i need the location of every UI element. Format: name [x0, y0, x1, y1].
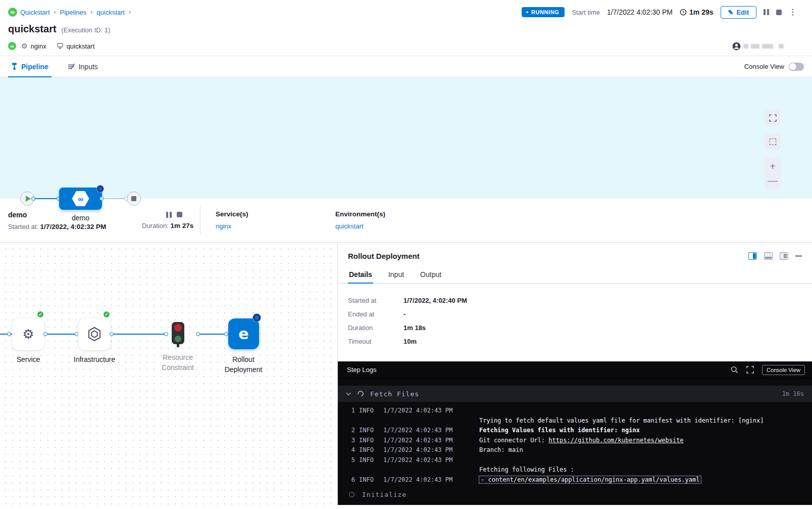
pipeline-stage-canvas[interactable]: ∞ demo + —: [0, 77, 812, 199]
stop-stage-icon[interactable]: [177, 212, 182, 217]
success-check-icon: ✓: [103, 310, 111, 318]
console-view-label: Console View: [744, 63, 784, 70]
step-panel-title: Rollout Deployment: [348, 252, 420, 260]
stage-label: demo: [59, 214, 102, 222]
gear-icon: ⚙: [21, 42, 28, 50]
detail-label: Ended at: [348, 310, 403, 318]
step-label: Rollout Deployment: [216, 354, 271, 375]
node-port: [99, 197, 104, 201]
success-check-icon: ✓: [36, 310, 44, 318]
service-link[interactable]: nginx: [216, 222, 231, 230]
breadcrumb-separator: ›: [129, 9, 131, 16]
tab-input[interactable]: Input: [387, 267, 405, 283]
log-line: 2INFO1/7/2022 4:02:43 PMFetching Values …: [348, 426, 804, 436]
log-lines[interactable]: 1INFO1/7/2022 4:02:43 PMTrying to fetch …: [338, 402, 812, 485]
tab-details[interactable]: Details: [348, 267, 373, 283]
pending-status-icon: [349, 492, 354, 497]
pencil-icon: ✎: [728, 9, 734, 16]
fullscreen-button[interactable]: [765, 110, 781, 126]
chevron-down-icon: [346, 392, 351, 396]
stage-link: [34, 198, 59, 199]
layout-right-panel-icon[interactable]: [780, 252, 788, 260]
environment-link[interactable]: quickstart: [335, 222, 364, 230]
stage-node-demo[interactable]: ∞: [59, 188, 102, 210]
rollout-icon: e: [238, 325, 248, 343]
detail-label: Timeout: [348, 338, 403, 345]
step-link: [111, 334, 168, 335]
search-icon[interactable]: [731, 366, 738, 374]
start-time-value: 1/7/2022 4:02:30 PM: [607, 8, 673, 16]
tab-inputs[interactable]: Inputs: [65, 56, 101, 77]
elapsed-time: 1m 29s: [680, 8, 713, 16]
zoom-controls: + —: [765, 157, 781, 190]
zoom-out-button[interactable]: —: [768, 173, 778, 188]
log-section-fetch-files[interactable]: Fetch Files 1m 16s: [338, 386, 812, 402]
node-port: [224, 332, 228, 336]
pause-stage-icon[interactable]: [166, 212, 172, 218]
step-node-rollout-deployment[interactable]: e: [228, 318, 259, 349]
breadcrumb-link-pipeline[interactable]: quickstart: [96, 9, 125, 16]
breadcrumb: ∞ Quickstart › Pipelines › quickstart › …: [8, 6, 804, 18]
step-label: Infrastructure: [62, 354, 127, 364]
pipeline-icon: [11, 63, 18, 70]
log-line: 6INFO1/7/2022 4:02:43 PM- content/en/exa…: [348, 475, 804, 485]
tab-pipeline[interactable]: Pipeline: [8, 56, 52, 77]
traffic-light-green-icon: [175, 336, 181, 342]
divider: [200, 206, 200, 235]
log-line: Trying to fetch default values yaml file…: [348, 416, 804, 426]
execution-graph-canvas[interactable]: ⚙ ✓ Service ✓ Infrastructure Resource Co…: [0, 243, 337, 505]
harness-logo-icon: ∞: [8, 42, 16, 50]
duration-value: 1m 27s: [170, 222, 193, 229]
node-port: [43, 332, 47, 336]
end-node[interactable]: [127, 192, 141, 206]
log-section-name: Fetch Files: [370, 390, 419, 398]
stop-pipeline-icon[interactable]: [776, 10, 782, 15]
log-link[interactable]: https://github.com/kubernetes/website: [548, 437, 683, 444]
edit-button[interactable]: ✎ Edit: [721, 6, 756, 19]
duration-label: Duration:: [142, 222, 169, 229]
node-port: [31, 197, 35, 201]
detail-value: 1/7/2022, 4:02:40 PM: [403, 297, 802, 304]
log-section-initialize[interactable]: Initialize: [338, 485, 812, 498]
step-label: Service: [5, 354, 52, 364]
pause-pipeline-icon[interactable]: [764, 9, 769, 15]
stage-running-spinner-icon: [97, 186, 104, 192]
inputs-icon: [68, 63, 75, 70]
breadcrumb-separator: ›: [54, 9, 56, 16]
breadcrumb-separator: ›: [90, 9, 92, 16]
layout-bottom-split-icon[interactable]: [764, 252, 773, 260]
step-node-infrastructure[interactable]: [78, 318, 111, 350]
layout-right-split-icon[interactable]: [748, 252, 757, 260]
service-tag[interactable]: ⚙ nginx: [21, 42, 46, 50]
step-node-resource-constraint[interactable]: [172, 322, 184, 344]
redacted-text: [751, 44, 759, 49]
execution-id: (Execution ID: 1): [62, 26, 111, 34]
detail-value: 1m 18s: [403, 324, 802, 332]
node-port: [7, 332, 11, 336]
selection-icon: [770, 138, 776, 145]
expand-logs-icon[interactable]: [746, 366, 754, 374]
minimize-panel-icon[interactable]: [795, 255, 802, 257]
avatar[interactable]: [732, 42, 741, 51]
breadcrumb-link-project[interactable]: Quickstart: [20, 9, 50, 16]
log-section-name: Initialize: [362, 491, 407, 498]
detail-value: 10m: [403, 338, 802, 345]
redacted-text: [743, 44, 748, 49]
breadcrumb-link-pipelines[interactable]: Pipelines: [60, 9, 87, 16]
console-view-button[interactable]: Console View: [762, 365, 805, 375]
log-line: 1INFO1/7/2022 4:02:43 PM: [348, 406, 804, 416]
more-options-icon[interactable]: ⋮: [789, 9, 797, 15]
console-view-toggle[interactable]: [789, 63, 804, 71]
environments-label: Environment(s): [335, 210, 385, 218]
step-node-service[interactable]: ⚙: [12, 318, 44, 350]
step-link: [197, 334, 228, 335]
environment-tag[interactable]: quickstart: [57, 42, 95, 50]
selection-button[interactable]: [765, 133, 781, 150]
start-time-label: Start time: [572, 9, 600, 16]
zoom-in-button[interactable]: +: [770, 159, 776, 173]
tab-output[interactable]: Output: [419, 267, 442, 283]
node-port: [110, 332, 114, 336]
status-badge: RUNNING: [522, 7, 565, 17]
view-tabs: Pipeline Inputs Console View: [0, 56, 812, 77]
harness-logo-icon: ∞: [8, 8, 17, 17]
